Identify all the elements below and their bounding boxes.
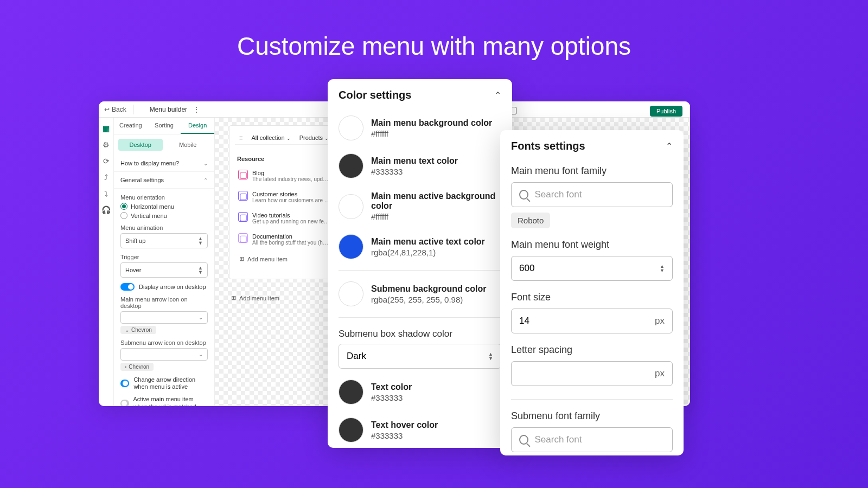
rail-builder-icon[interactable]: ▦ [102,124,111,133]
toggle-label: Active main menu item when the url is ma… [133,396,208,406]
field-label: Submenu font family [511,410,673,422]
menu-item[interactable]: All collection ⌄ [251,134,290,141]
rail-sync-icon[interactable]: ⟳ [102,157,111,165]
tab-creating[interactable]: Creating [114,118,148,134]
color-row[interactable]: Main menu active background color#ffffff [328,185,512,228]
select-value: Hover [125,267,141,273]
subtab-desktop[interactable]: Desktop [118,139,163,151]
select-value: 600 [519,263,534,274]
panel-title: Color settings [339,89,411,101]
letter-spacing-input[interactable]: px [511,361,673,386]
divider [133,105,133,114]
device-subtabs: Desktop Mobile [114,134,214,155]
field-label: Main menu font family [511,165,673,177]
chip-chevron-submenu[interactable]: ›Chevron [120,363,154,371]
font-tag-roboto[interactable]: Roboto [511,213,550,228]
add-label: Add menu item [239,295,279,301]
radio-icon [120,212,127,219]
color-row[interactable]: Main menu background color#ffffff [328,109,512,147]
color-value: #333333 [371,431,438,440]
size-field[interactable] [519,316,655,326]
plus-icon: ⊞ [231,294,236,301]
font-weight-select[interactable]: 600▲▼ [511,256,673,281]
spacing-field[interactable] [519,368,655,379]
accordion-how-to-display[interactable]: How to display menu? ⌄ [114,155,214,172]
back-label: Back [112,106,126,113]
collapse-icon[interactable]: ⌃ [666,141,673,151]
color-row[interactable]: Text color#333333 [328,373,512,411]
icon-rail: ▦ ⚙ ⟳ ⤴ ⤵ 🎧 [99,118,114,406]
toggle-active-main[interactable] [120,400,129,406]
radio-vertical[interactable]: Vertical menu [120,212,208,219]
color-name: Main menu active text color [371,237,485,247]
field-label: Menu animation [120,224,208,231]
page-title: Customize menu with many options [0,0,868,61]
unit-label: px [655,316,665,326]
rail-download-icon[interactable]: ⤵ [102,189,111,198]
menu-animation-select[interactable]: Shift up▲▼ [120,233,208,248]
divider [339,317,501,318]
subtab-mobile[interactable]: Mobile [166,139,210,151]
field-label: Trigger [120,254,208,260]
color-row[interactable]: Submenu background colorrgba(255, 255, 2… [328,275,512,313]
resource-icon: ▢ [238,233,248,243]
search-field[interactable] [535,189,665,200]
submenu-font-search-input[interactable] [511,427,673,452]
menu-item-label: Products [299,134,323,141]
kebab-menu[interactable]: ⋮ [193,105,200,114]
color-row[interactable]: Text hover color#333333 [328,411,512,448]
color-value: rgba(255, 255, 255, 0.98) [371,295,486,304]
field-label: Menu orientation [120,194,208,201]
chevron-down-icon: ⌄ [199,314,203,320]
shadow-label: Submenu box shadow color [328,322,512,344]
color-value: rgba(24,81,228,1) [371,248,485,257]
submenu-arrow-select[interactable]: ⌄ [120,348,208,361]
resource-icon: ▢ [238,191,248,201]
resource-title: Blog [252,170,331,176]
field-label: Main menu arrow icon on desktop [120,296,208,309]
back-arrow-icon: ↩ [104,106,110,113]
font-search-input[interactable] [511,182,673,207]
search-field[interactable] [535,434,665,445]
color-swatch[interactable] [339,380,363,404]
rail-upload-icon[interactable]: ⤴ [102,173,111,182]
toggle-display-arrow[interactable] [120,283,135,291]
collapse-icon[interactable]: ⌃ [494,90,501,100]
color-row[interactable]: Main menu text color#333333 [328,147,512,185]
rail-support-icon[interactable]: 🎧 [102,206,111,214]
main-arrow-select[interactable]: ⌄ [120,311,208,324]
color-settings-panel: Color settings ⌃ Main menu background co… [328,79,512,448]
menu-item[interactable]: Products ⌄ [299,134,329,141]
rail-settings-icon[interactable]: ⚙ [102,140,111,149]
chip-chevron-main[interactable]: ⌄Chevron [120,326,156,334]
color-swatch[interactable] [339,234,363,259]
color-swatch[interactable] [339,153,363,178]
font-size-input[interactable]: px [511,309,673,333]
divider [511,399,673,400]
unit-label: px [655,368,665,379]
color-name: Text color [371,382,412,392]
chip-label: Chevron [131,327,152,333]
trigger-select[interactable]: Hover▲▼ [120,262,208,278]
color-swatch[interactable] [339,115,363,140]
search-icon [519,435,528,445]
publish-button[interactable]: Publish [650,106,682,117]
chevron-down-icon: ⌄ [203,160,208,166]
color-row[interactable]: Main menu active text colorrgba(24,81,22… [328,228,512,266]
radio-label: Horizontal menu [131,203,174,210]
color-swatch[interactable] [339,281,363,306]
color-swatch[interactable] [339,418,363,442]
hamburger-icon[interactable]: ≡ [239,134,242,141]
resource-icon: ▢ [238,170,248,179]
radio-horizontal[interactable]: Horizontal menu [120,203,208,210]
toggle-change-arrow[interactable] [120,380,129,387]
color-name: Text hover color [371,420,438,430]
resource-title: Video tutorials [252,212,331,219]
tab-design[interactable]: Design [181,118,214,134]
color-swatch[interactable] [339,194,363,219]
back-button[interactable]: ↩Back [104,106,126,113]
shadow-select[interactable]: Dark▲▼ [339,344,501,369]
fonts-settings-panel: Fonts settings ⌃ Main menu font family R… [500,130,684,455]
tab-sorting[interactable]: Sorting [148,118,181,134]
accordion-general-settings[interactable]: General settings ⌃ [114,172,214,189]
